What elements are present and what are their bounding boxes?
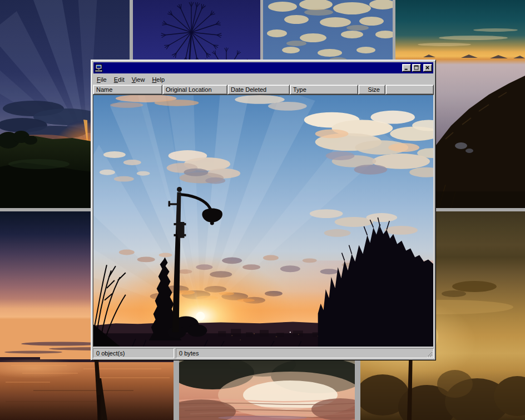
menu-edit[interactable]: Edit (111, 75, 128, 84)
close-button[interactable] (423, 64, 432, 72)
column-header-original-location[interactable]: Original Location (162, 85, 227, 95)
status-object-count: 0 object(s) (93, 348, 174, 358)
status-bar: 0 object(s) 0 bytes (93, 348, 434, 358)
column-header-date-deleted[interactable]: Date Deleted (227, 85, 290, 95)
file-list-area[interactable] (93, 95, 434, 347)
close-icon (424, 65, 432, 71)
title-bar[interactable] (93, 62, 433, 73)
status-size: 0 bytes (176, 348, 434, 358)
menu-view[interactable]: View (128, 75, 149, 84)
column-header-name[interactable]: Name (93, 85, 162, 95)
minimize-icon (403, 65, 410, 71)
sunset-lamp-photo (93, 95, 433, 347)
column-header-filler[interactable] (385, 85, 434, 95)
column-header-size[interactable]: Size (358, 85, 385, 95)
computer-icon (95, 64, 103, 72)
resize-grip-icon[interactable] (426, 350, 433, 358)
menu-file[interactable]: File (93, 75, 111, 84)
column-header-row: Name Original Location Date Deleted Type… (93, 85, 434, 95)
menu-bar: File Edit View Help (93, 74, 434, 85)
recycle-bin-window: File Edit View Help Name Original Locati… (91, 60, 436, 360)
window-controls (401, 64, 432, 72)
menu-help[interactable]: Help (148, 75, 169, 84)
maximize-icon (413, 65, 420, 71)
minimize-button[interactable] (402, 64, 411, 72)
maximize-button[interactable] (412, 64, 421, 72)
column-header-type[interactable]: Type (290, 85, 358, 95)
